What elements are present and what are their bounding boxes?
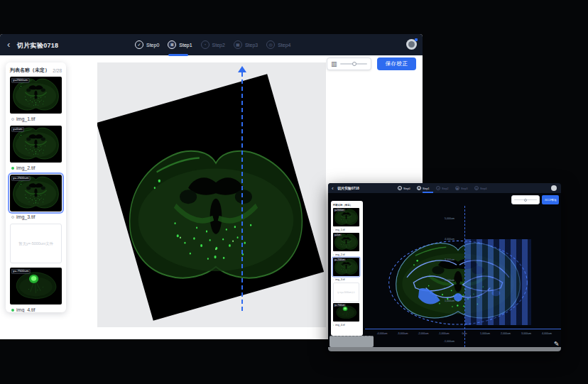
slice-file-name: img_1.tif <box>16 116 35 121</box>
ccf-viewer[interactable]: -4,000um -3,000um -2,000um -1,000um 0um … <box>328 193 561 347</box>
overlay-slice-thumbnail-img1[interactable]: y=2500um <box>333 208 359 226</box>
slice-file-name: img_2.tif <box>335 253 345 256</box>
step-item-step1[interactable]: ≣ Step1 <box>168 40 192 49</box>
crosshair-vertical[interactable] <box>464 206 465 347</box>
step-pending-icon: ▦ <box>234 40 242 49</box>
slice-file-name: img_3.tif <box>16 214 35 219</box>
opacity-slider-control[interactable]: ▥ <box>327 57 371 70</box>
step-item-step2[interactable]: ◔ Step2 <box>201 40 225 49</box>
step-done-check-icon: ✓ <box>135 40 143 49</box>
step-done-check-icon: ✓ <box>398 186 402 190</box>
overlay-step-item-step3[interactable]: ▦ Step3 <box>455 185 469 192</box>
x-ruler-tick: -2,000um <box>418 331 428 334</box>
slice-file-name: img_4.tif <box>16 307 35 312</box>
step-label: Step1 <box>179 43 192 48</box>
ccf-register-button-label: 与CCF配准 <box>545 198 557 202</box>
overlay-step-item-step0[interactable]: ✓ Step0 <box>398 185 412 192</box>
step-label: Step4 <box>278 43 290 48</box>
page-title: 切片实验0718 <box>17 41 58 50</box>
status-dot <box>11 118 14 121</box>
alignment-canvas[interactable] <box>97 62 326 327</box>
slice-file-name: img_4.tif <box>335 323 345 326</box>
resize-handle-icon[interactable]: ✐ <box>552 341 560 346</box>
overlay-opacity-slider-control[interactable] <box>511 195 540 204</box>
y-ruler-tick: 1,000um <box>445 300 454 302</box>
depth-badge: y=0um <box>11 127 24 132</box>
overlay-slider-thumb[interactable] <box>524 199 527 202</box>
slice-image-frame[interactable] <box>97 74 324 321</box>
status-dot <box>333 229 334 230</box>
overlay-slice-thumbnail-img3-selected[interactable]: y=-2500um <box>333 258 359 276</box>
slice-thumbnail-img3-selected[interactable]: y=-2500um <box>10 175 62 212</box>
step-pending-icon: ◎ <box>266 40 275 49</box>
x-ruler-tick: 0um <box>462 331 467 334</box>
slice-thumbnail-img2[interactable]: y=0um <box>10 126 62 163</box>
overlay-step-item-step4[interactable]: ◎ Step4 <box>474 185 489 192</box>
midline-axis[interactable] <box>241 72 243 311</box>
step-label: Step0 <box>403 187 407 190</box>
status-dot <box>11 309 14 312</box>
overlay-empty-slice-placeholder: 暂无y=-5000um文件 <box>333 282 359 302</box>
crosshair-horizontal[interactable] <box>365 329 561 329</box>
x-ruler-tick: -1,000um <box>438 331 449 334</box>
atlas-stripe-overlay <box>465 239 531 325</box>
app-root: ‹ 切片实验0718 ✓ Step0 ≣ Step1 ◔ Step2 ▦ Ste… <box>0 0 588 384</box>
ccf-register-button[interactable]: 与CCF配准 <box>542 195 559 204</box>
overlay-step-item-step2[interactable]: ◔ Step2 <box>436 185 450 192</box>
step-label: Step2 <box>442 187 445 190</box>
opacity-slider-track[interactable] <box>340 63 367 65</box>
status-dot <box>333 254 334 255</box>
overlay-slider-track[interactable] <box>514 199 537 200</box>
save-calibration-button[interactable]: 保存校正 <box>377 57 416 70</box>
avatar-glyph <box>408 41 415 48</box>
slice-list-title: 列表名称（未定） <box>333 203 352 207</box>
ccf-registration-window[interactable]: ‹ 切片实验0718 ✓ Step0 ≣ Step1 ◔ Step2 ▦ Ste… <box>328 183 561 351</box>
step-item-step0[interactable]: ✓ Step0 <box>135 40 159 49</box>
overlay-user-avatar[interactable] <box>551 185 557 191</box>
step-active-icon: ≣ <box>417 186 421 190</box>
step-item-step4[interactable]: ◎ Step4 <box>266 40 290 49</box>
slice-file-name: img_3.tif <box>335 278 345 280</box>
overlay-back-button[interactable]: ‹ <box>332 185 334 192</box>
slice-file-name: img_1.tif <box>335 228 345 231</box>
user-avatar[interactable] <box>406 39 417 50</box>
x-ruler-tick: -3,000um <box>397 331 408 334</box>
overlay-step-nav: ✓ Step0 ≣ Step1 ◔ Step2 ▦ Step3 ◎ Step <box>398 183 489 193</box>
depth-badge: y=-7500um <box>11 269 31 274</box>
status-dot <box>333 279 334 280</box>
slice-thumbnail-img4[interactable]: y=-7500um <box>10 268 62 305</box>
status-dot <box>11 216 14 219</box>
slice-list-count: 2/28 <box>53 68 62 73</box>
step-label: Step1 <box>423 187 426 190</box>
y-ruler-tick: 4,000um <box>445 238 454 241</box>
x-ruler-tick: 4,000um <box>542 331 552 334</box>
overlay-slice-thumbnail-img2[interactable]: y=0um <box>333 233 359 251</box>
back-button[interactable]: ‹ <box>7 38 10 50</box>
overlay-horizontal-scrollbar[interactable] <box>328 347 561 351</box>
step-label: Step0 <box>146 43 159 48</box>
empty-slice-text: 暂无y=-5000um文件 <box>337 291 355 294</box>
overlay-title: 切片实验0718 <box>337 186 359 190</box>
slice-name-row: img_4.tif <box>11 307 62 312</box>
main-header: ‹ 切片实验0718 ✓ Step0 ≣ Step1 ◔ Step2 ▦ Ste… <box>0 34 423 55</box>
step-label: Step3 <box>461 187 464 190</box>
step-item-step3[interactable]: ▦ Step3 <box>234 40 258 49</box>
opacity-slider-thumb[interactable] <box>352 62 356 66</box>
split-view-icon: ▥ <box>331 61 337 67</box>
slice-name-row: img_3.tif <box>333 277 361 282</box>
x-ruler-tick: -4,000um <box>376 331 387 334</box>
step-pending-icon: ▦ <box>455 186 459 190</box>
overlay-step-item-step1[interactable]: ≣ Step1 <box>417 185 431 192</box>
depth-badge: y=-2500um <box>334 258 345 261</box>
y-ruler-tick: 5,000um <box>445 217 454 220</box>
slice-name-row: img_1.tif <box>333 227 361 232</box>
depth-badge: y=0um <box>334 234 342 236</box>
avatar-notification-badge <box>415 38 418 41</box>
status-dot <box>333 324 334 325</box>
overlay-canvas-strip <box>330 336 374 347</box>
midline-arrow-icon <box>238 66 246 72</box>
x-ruler-tick: 3,000um <box>521 331 531 334</box>
slice-thumbnail-img1[interactable]: y=2500um <box>10 77 62 114</box>
step-label: Step4 <box>480 187 484 190</box>
overlay-slice-thumbnail-img4[interactable]: y=-7500um <box>333 303 359 322</box>
